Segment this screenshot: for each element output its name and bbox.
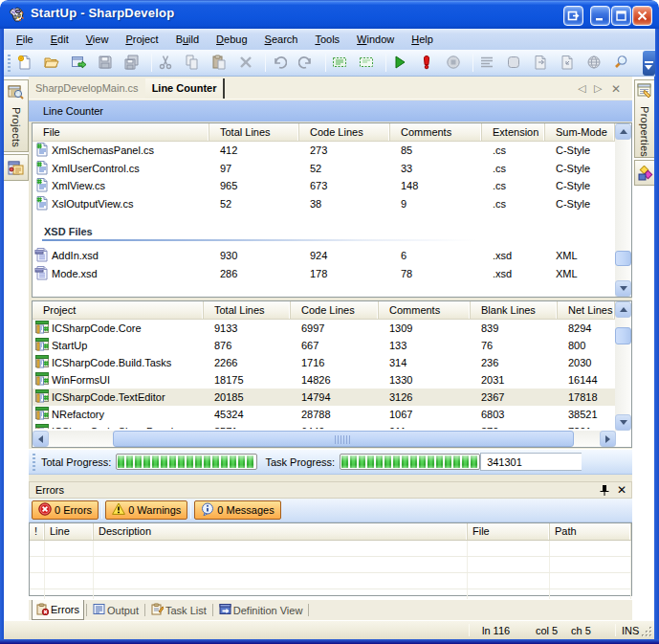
tab-sharpdevelopmain[interactable]: SharpDevelopMain.cs	[29, 78, 145, 99]
paste-button[interactable]	[209, 52, 230, 74]
table-row[interactable]: ICSharpCode.SharpDevelop8571644091137072…	[33, 423, 631, 429]
menu-file[interactable]: File	[8, 31, 42, 48]
errors-grid-col-line[interactable]: Line	[45, 523, 94, 540]
menu-tools[interactable]: Tools	[306, 31, 348, 48]
file-table-col-code-lines[interactable]: Code Lines	[299, 123, 390, 141]
file-table-vscrollbar[interactable]	[615, 123, 631, 297]
errors-close-icon[interactable]: ✕	[617, 483, 626, 497]
project-table-col-blank-lines[interactable]: Blank Lines	[471, 301, 558, 319]
scroll-up-icon[interactable]	[615, 301, 631, 318]
table-row[interactable]: StartUp87666713376800	[33, 337, 631, 354]
menu-view[interactable]: View	[77, 31, 118, 48]
undock-button[interactable]	[563, 6, 583, 26]
task-list-button[interactable]	[476, 52, 497, 74]
project-table-vscrollbar[interactable]	[615, 301, 631, 431]
warnings-filter-button[interactable]: 0 Warnings	[105, 500, 187, 520]
scroll-down-icon[interactable]	[615, 414, 631, 431]
project-table-col-comments[interactable]: Comments	[379, 301, 471, 319]
scroll-left-icon[interactable]	[33, 431, 49, 447]
tab-scroll-back-icon[interactable]: ◁	[578, 82, 585, 95]
close-button[interactable]	[632, 6, 652, 26]
new-file-button[interactable]	[14, 52, 35, 74]
message-badge-icon	[201, 502, 217, 518]
scroll-down-icon[interactable]	[615, 280, 631, 297]
step-into-button[interactable]	[557, 52, 578, 74]
table-row[interactable]: NRefactory45324287881067680338521	[33, 406, 631, 423]
table-row[interactable]: ICSharpCode.TextEditor201851479431262367…	[33, 389, 631, 406]
project-table-col-code-lines[interactable]: Code Lines	[291, 301, 379, 319]
comment-region-button[interactable]	[329, 52, 350, 74]
file-table-col-file[interactable]: File	[33, 123, 209, 141]
sidebar-tab-classes[interactable]	[4, 154, 29, 181]
menu-edit[interactable]: Edit	[42, 31, 77, 48]
table-row[interactable]: Mode.xsd28617878.xsdXML	[33, 265, 631, 283]
save-all-button[interactable]	[121, 52, 143, 74]
menu-build[interactable]: Build	[167, 31, 208, 48]
file-table-col-extension[interactable]: Extension	[482, 123, 545, 141]
scroll-thumb[interactable]	[615, 327, 631, 344]
scroll-right-icon[interactable]	[600, 431, 616, 447]
errors-grid-col-path[interactable]: Path	[550, 523, 631, 540]
copy-button[interactable]	[182, 52, 203, 74]
bottom-tab-task-list[interactable]: Task List	[147, 600, 210, 620]
scroll-up-icon[interactable]	[615, 123, 631, 140]
project-table-col-net-lines[interactable]: Net Lines	[558, 301, 615, 319]
sidebar-tab-projects[interactable]: Projects	[4, 79, 29, 152]
toolbar-overflow-button[interactable]	[643, 51, 655, 76]
resize-grip-icon[interactable]	[642, 627, 653, 638]
scroll-thumb[interactable]	[615, 251, 631, 266]
messages-filter-button[interactable]: 0 Messages	[194, 500, 280, 520]
menu-window[interactable]: Window	[348, 31, 403, 48]
errors-filter-button[interactable]: 0 Errors	[32, 500, 99, 520]
run-button[interactable]	[389, 52, 410, 74]
table-row[interactable]: XmlUserControl.cs975233.csC-Style	[33, 160, 631, 178]
table-row[interactable]: WinFormsUI18175148261330203116144	[33, 371, 631, 389]
breakpoint-button[interactable]	[503, 52, 524, 74]
table-row[interactable]: AddIn.xsd9309246.xsdXML	[33, 247, 631, 265]
tab-scroll-forward-icon[interactable]: ▷	[594, 82, 602, 95]
save-button[interactable]	[95, 52, 116, 74]
file-table-col-sum-mode[interactable]: Sum-Mode	[545, 123, 615, 141]
menu-search[interactable]: Search	[256, 31, 307, 48]
table-row[interactable]: XmlSchemasPanel.cs41227385.csC-Style	[33, 142, 631, 160]
sidebar-tab-tools[interactable]	[634, 160, 654, 186]
sidebar-tab-properties[interactable]: Properties	[634, 79, 654, 158]
bottom-tab-errors[interactable]: Errors	[32, 600, 84, 620]
project-table-col-total-lines[interactable]: Total Lines	[204, 301, 291, 319]
file-table-col-comments[interactable]: Comments	[390, 123, 482, 141]
menu-debug[interactable]: Debug	[208, 31, 255, 48]
stop-button[interactable]	[443, 52, 464, 74]
cut-button[interactable]	[155, 52, 176, 74]
menu-help[interactable]: Help	[403, 31, 442, 48]
maximize-button[interactable]	[611, 6, 631, 26]
file-table-col-total-lines[interactable]: Total Lines	[209, 123, 299, 141]
bottom-tab-output[interactable]: Output	[89, 600, 143, 620]
project-table-hscrollbar[interactable]	[33, 431, 616, 447]
table-row[interactable]: ICSharpCode.Core9133699713098398294	[33, 320, 631, 337]
table-row[interactable]: ICSharpCode.Build.Tasks22661716314236203…	[33, 354, 631, 371]
bottom-tab-definition-view[interactable]: Definition View	[215, 600, 307, 620]
menu-project[interactable]: Project	[117, 31, 166, 48]
table-row[interactable]: XmlView.cs965673148.csC-Style	[33, 177, 631, 195]
titlebar[interactable]: StartUp - SharpDevelop	[0, 0, 659, 29]
errors-grid-col-description[interactable]: Description	[94, 523, 468, 540]
project-table-col-project[interactable]: Project	[33, 301, 204, 319]
minimize-button[interactable]	[590, 6, 610, 26]
uncomment-region-button[interactable]	[356, 52, 377, 74]
tab-line-counter[interactable]: Line Counter	[145, 78, 226, 99]
errors-grid-col-file[interactable]: File	[468, 523, 550, 540]
table-row[interactable]: XslOutputView.cs52389.csC-Style	[33, 195, 631, 213]
scroll-thumb[interactable]	[113, 431, 574, 447]
search-button[interactable]	[610, 52, 631, 74]
redo-button[interactable]	[296, 52, 317, 74]
open-project-button[interactable]	[68, 52, 89, 74]
tab-close-icon[interactable]: ✕	[611, 82, 621, 96]
web-browser-button[interactable]	[583, 52, 604, 74]
open-folder-button[interactable]	[41, 52, 62, 74]
pin-icon[interactable]	[599, 484, 610, 497]
run-without-debugger-button[interactable]	[416, 52, 437, 74]
undo-button[interactable]	[269, 52, 290, 74]
step-over-button[interactable]	[530, 52, 551, 74]
errors-grid-col-severity[interactable]: !	[30, 523, 45, 540]
delete-button[interactable]	[235, 52, 256, 74]
